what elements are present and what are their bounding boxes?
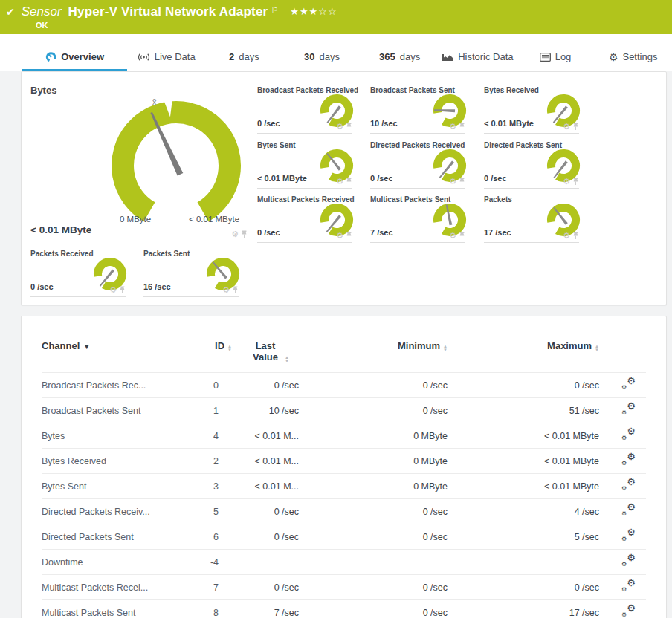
tab-2-days[interactable]: 2days xyxy=(205,51,283,71)
pin-icon[interactable] xyxy=(572,123,579,131)
channel-row-bytes[interactable]: Bytes4< 0.01 M...0 MByte< 0.01 MByte⚙⚙ xyxy=(42,423,646,449)
pin-icon[interactable] xyxy=(232,286,239,294)
gauge-tile-directed-packets-sent[interactable]: Directed Packets Sent0 /sec⚙ xyxy=(484,139,579,189)
channel-settings-icon[interactable]: ⚙⚙ xyxy=(621,530,636,541)
tab-label: Overview xyxy=(61,51,104,62)
pin-icon[interactable] xyxy=(459,123,465,131)
pin-icon[interactable] xyxy=(459,178,465,186)
cell-id: 2 xyxy=(190,449,232,474)
gauge-tile-packets-sent[interactable]: Packets Sent16 /sec⚙ xyxy=(143,247,239,297)
flag-icon[interactable]: ⚐ xyxy=(271,5,278,15)
tab-live-data[interactable]: Live Data xyxy=(127,51,205,71)
cell-last: 0 /sec xyxy=(232,524,306,550)
gauge-tile-broadcast-packets-sent[interactable]: Broadcast Packets Sent10 /sec⚙ xyxy=(370,84,465,134)
sort-icon: ▲▼ xyxy=(443,345,448,352)
channel-settings-icon[interactable]: ⚙⚙ xyxy=(621,429,636,440)
cell-actions: ⚙⚙ xyxy=(599,499,646,524)
gear-icon[interactable]: ⚙ xyxy=(336,123,343,131)
cell-min: 0 /sec xyxy=(306,373,448,398)
gear-icon[interactable]: ⚙ xyxy=(336,232,343,240)
channel-row-downtime[interactable]: Downtime-4⚙⚙ xyxy=(42,550,646,575)
channel-row-broadcast-packets-sent[interactable]: Broadcast Packets Sent110 /sec0 /sec51 /… xyxy=(42,398,646,423)
channel-settings-icon[interactable]: ⚙⚙ xyxy=(621,479,636,491)
column-header-minimum[interactable]: Minimum▲▼ xyxy=(306,328,448,373)
tab-log[interactable]: Log xyxy=(517,51,595,71)
pin-icon[interactable] xyxy=(346,123,352,131)
cell-min: 0 /sec xyxy=(306,398,448,423)
pin-icon[interactable] xyxy=(119,286,126,294)
channel-settings-icon[interactable]: ⚙⚙ xyxy=(621,378,636,390)
tab-bar: OverviewLive Data2days30days365daysHisto… xyxy=(0,34,672,71)
pin-icon[interactable] xyxy=(572,178,579,186)
column-header-id[interactable]: ID▲▼ xyxy=(190,328,232,373)
channel-row-multicast-packets-recei[interactable]: Multicast Packets Recei...70 /sec0 /sec0… xyxy=(42,575,646,600)
gauge-tile-packets-received[interactable]: Packets Received0 /sec⚙ xyxy=(30,247,126,297)
channel-settings-icon[interactable]: ⚙⚙ xyxy=(621,605,636,617)
gauge-tile-multicast-packets-received[interactable]: Multicast Packets Received0 /sec⚙ xyxy=(257,193,352,243)
pin-icon[interactable] xyxy=(459,232,465,240)
column-label: ID xyxy=(215,340,224,351)
column-header-maximum[interactable]: Maximum▲▼ xyxy=(448,328,599,373)
rating-stars[interactable]: ★★★☆☆ xyxy=(290,6,337,17)
gauge-title: Bytes xyxy=(30,82,248,96)
gear-icon[interactable]: ⚙ xyxy=(563,178,570,186)
channel-row-broadcast-packets-rec[interactable]: Broadcast Packets Rec...00 /sec0 /sec0 /… xyxy=(42,373,646,398)
column-header-last-value[interactable]: Last Value▲▼ xyxy=(232,328,306,373)
gear-icon[interactable]: ⚙ xyxy=(222,286,230,294)
ok-check-icon: ✔ xyxy=(6,6,15,18)
gauge-tile-bytes-sent[interactable]: Bytes Sent< 0.01 MByte⚙ xyxy=(257,139,352,189)
channel-settings-icon[interactable]: ⚙⚙ xyxy=(621,504,636,516)
channel-settings-icon[interactable]: ⚙⚙ xyxy=(621,555,636,567)
gear-icon[interactable]: ⚙ xyxy=(563,232,570,240)
tile-footer: ⚙ xyxy=(222,286,239,294)
column-header-channel[interactable]: Channel▼ xyxy=(42,328,190,373)
gear-icon[interactable]: ⚙ xyxy=(449,123,456,131)
cell-last: 0 /sec xyxy=(232,373,306,398)
cell-name: Downtime xyxy=(42,550,190,575)
cell-name: Directed Packets Sent xyxy=(42,524,190,550)
cell-min: 0 /sec xyxy=(306,575,448,600)
cell-id: -4 xyxy=(190,550,232,575)
cell-actions: ⚙⚙ xyxy=(599,398,646,423)
channel-settings-icon[interactable]: ⚙⚙ xyxy=(621,403,636,415)
tab-30-days[interactable]: 30days xyxy=(283,51,361,71)
channel-row-directed-packets-receiv[interactable]: Directed Packets Receiv...50 /sec0 /sec4… xyxy=(42,499,646,524)
gauge-tile-multicast-packets-sent[interactable]: Multicast Packets Sent7 /sec⚙ xyxy=(370,193,465,243)
tab-settings[interactable]: ⚙Settings xyxy=(594,51,672,71)
sorted-desc-icon: ▼ xyxy=(83,343,90,351)
channel-settings-icon[interactable]: ⚙⚙ xyxy=(621,580,636,592)
average-marker: x̄ xyxy=(152,97,157,106)
gear-icon[interactable]: ⚙ xyxy=(336,178,343,186)
channel-settings-icon[interactable]: ⚙⚙ xyxy=(621,454,636,466)
tab-overview[interactable]: Overview xyxy=(22,51,127,71)
pin-icon[interactable] xyxy=(241,230,248,238)
tile-footer: ⚙ xyxy=(109,286,126,294)
gear-icon[interactable]: ⚙ xyxy=(231,230,239,238)
cell-max: 4 /sec xyxy=(448,499,599,524)
tab-historic-data[interactable]: Historic Data xyxy=(439,51,517,71)
gear-icon[interactable]: ⚙ xyxy=(563,123,570,131)
pin-icon[interactable] xyxy=(346,232,352,240)
gear-icon[interactable]: ⚙ xyxy=(449,232,456,240)
gauge-title: Bytes Sent xyxy=(257,139,352,149)
gauge-tile-directed-packets-received[interactable]: Directed Packets Received0 /sec⚙ xyxy=(370,139,465,189)
gauge-value: 0 /sec xyxy=(484,174,507,183)
gauge-tile-broadcast-packets-received[interactable]: Broadcast Packets Received0 /sec⚙ xyxy=(257,84,352,134)
gauge-title: Multicast Packets Received xyxy=(257,193,352,204)
channel-row-bytes-sent[interactable]: Bytes Sent3< 0.01 M...0 MByte< 0.01 MByt… xyxy=(42,474,646,499)
channel-row-multicast-packets-sent[interactable]: Multicast Packets Sent87 /sec0 /sec17 /s… xyxy=(42,600,646,618)
gear-icon[interactable]: ⚙ xyxy=(449,178,456,186)
channel-row-directed-packets-sent[interactable]: Directed Packets Sent60 /sec0 /sec5 /sec… xyxy=(42,524,646,550)
gauge-tile-bytes[interactable]: Bytes x̄ 0 MByte < 0.01 MByte < 0.01 MBy… xyxy=(30,82,248,241)
tab-365-days[interactable]: 365days xyxy=(361,51,439,71)
tab-label: days xyxy=(319,51,339,62)
pin-icon[interactable] xyxy=(572,232,579,240)
gauge-tile-bytes-received[interactable]: Bytes Received< 0.01 MByte⚙ xyxy=(484,84,579,134)
gauge-title: Multicast Packets Sent xyxy=(370,193,465,204)
gear-icon[interactable]: ⚙ xyxy=(109,286,117,294)
gauge-tile-packets[interactable]: Packets17 /sec⚙ xyxy=(484,193,579,243)
cell-id: 7 xyxy=(190,575,232,600)
pin-icon[interactable] xyxy=(346,178,352,186)
cell-min xyxy=(306,550,448,575)
channel-row-bytes-received[interactable]: Bytes Received2< 0.01 M...0 MByte< 0.01 … xyxy=(42,449,646,474)
